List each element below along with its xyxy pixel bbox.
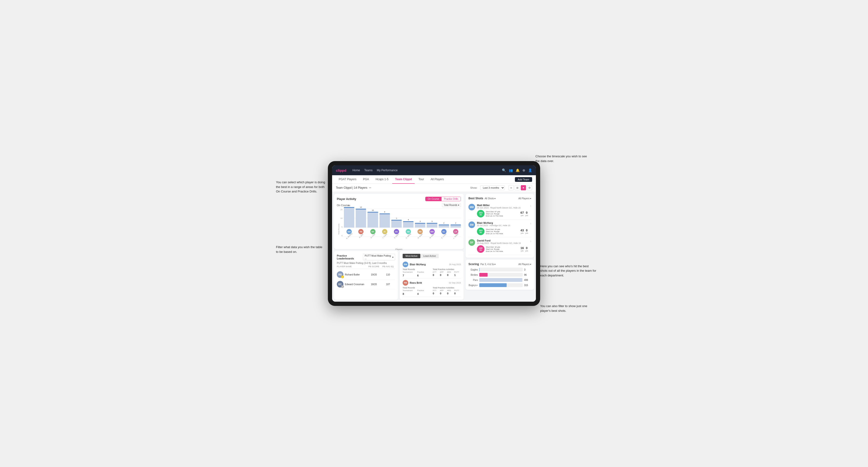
scoring-bars: Eagles 3 Birdies (468, 268, 531, 287)
bogeys-label: Bogeys+ (468, 284, 478, 286)
pb-avg-0: 110 (381, 273, 395, 276)
most-active-tab[interactable]: Most Active (403, 254, 420, 258)
shot-player-meta-1: 23 Jul 2023 · Ashridge GC, Hole 15 (477, 224, 528, 227)
nav-performance[interactable]: My Performance (377, 168, 398, 172)
tab-all-players[interactable]: All Players (428, 175, 447, 184)
scoring-filter1[interactable]: Par 3, 4 & 5s ▾ (480, 263, 496, 266)
tab-tour[interactable]: Tour (415, 175, 427, 184)
shot-details-0: Matt Miller 09 Jun 2023 · Royal North De… (477, 204, 528, 217)
show-dropdown[interactable]: Last 3 months Last 6 months Last year (480, 185, 505, 190)
plus-icon[interactable]: ⊕ (522, 168, 525, 172)
search-icon[interactable]: 🔍 (502, 168, 506, 172)
putt-val-0: 1 (454, 274, 461, 276)
avatar-1: RB (358, 229, 364, 234)
view-heart-icon[interactable]: ♥ (521, 185, 526, 190)
view-list-icon[interactable]: ≡ (508, 185, 514, 190)
active-player-name-1: Rees Britt (410, 281, 422, 284)
bottom-row: Practice Leaderboards PUTT Must Make Put… (334, 251, 464, 300)
shot-detail-1: Shot Dist: 43 yds Start Lie: Rough End L… (486, 228, 519, 235)
all-players-dropdown[interactable]: All Players ▾ (519, 197, 531, 200)
tournament-val-1: 8 (403, 292, 416, 295)
pb-score-0: 19/20 (367, 273, 381, 276)
bogeys-bar-bg (479, 283, 523, 287)
player-info-0: RB 1 Richard Butler (337, 271, 367, 278)
bar-group-3: 9 JC J. Coles (379, 211, 390, 237)
user-icon[interactable]: 👤 (528, 168, 532, 172)
pars-label: Pars (468, 279, 478, 281)
shot-stats-2: 198 SG Shot Dist: 16 yds Start Lie: Roug… (477, 245, 528, 253)
active-player-header-0: BM Blair McHarg 26 Aug 2023 (403, 261, 461, 267)
leaderboard-dropdown[interactable]: PUTT Must Make Putting ... ▾ (363, 254, 395, 260)
team-header: Team Clippd | 14 Players ✏ Show: Last 3 … (332, 184, 536, 192)
leaderboard-row-0[interactable]: RB 1 Richard Butler 19/20 110 (337, 270, 395, 280)
bar-group-6: 3 RB R. Butler (415, 220, 425, 237)
annotation-timescale: Choose the timescale you wish to see the… (535, 154, 587, 163)
birdies-bar-fill (479, 273, 488, 277)
shot-player-name-2: David Ford (477, 239, 528, 242)
all-shots-dropdown[interactable]: All Shots ▾ (485, 197, 496, 200)
chart-dropdown[interactable]: Total Rounds ▾ (442, 203, 461, 207)
tab-hcaps[interactable]: Hcaps 1-5 (373, 175, 391, 184)
player-activity-title: Player Activity (337, 197, 356, 201)
active-player-avatar-1: RB (403, 280, 408, 286)
users-icon[interactable]: 👥 (509, 168, 513, 172)
active-player-name-0: Blair McHarg (410, 263, 426, 266)
shot-details-2: David Ford 24 Aug 2023 · Royal North Dev… (477, 239, 528, 253)
app-val-1: 0 (440, 292, 446, 295)
arg-val-1: 0 (447, 292, 454, 295)
tab-team-clippd[interactable]: Team Clippd (392, 175, 415, 184)
nav-teams[interactable]: Teams (364, 168, 372, 172)
shot-player-meta-2: 24 Aug 2023 · Royal North Devon GC, Hole… (477, 242, 528, 244)
shot-row-1[interactable]: BM Blair McHarg 23 Jul 2023 · Ashridge G… (468, 220, 531, 237)
birdies-bar-bg (479, 273, 523, 277)
tab-pgat-players[interactable]: PGAT Players (336, 175, 359, 184)
main-content: Player Activity On Course Practice Drill… (332, 192, 536, 302)
player-avatar-1: EC 2 (337, 281, 343, 287)
leaderboard-row-1[interactable]: EC 2 Edward Crossman 18/20 107 (337, 280, 395, 289)
avatar-2: DF (370, 229, 375, 234)
least-active-tab[interactable]: Least Active (420, 254, 439, 258)
tab-pga[interactable]: PGA (360, 175, 372, 184)
view-settings-icon[interactable]: ⚙ (527, 185, 532, 190)
active-player-header-1: RB Rees Britt 02 Sep 2023 (403, 280, 461, 286)
brand-logo: clippd (336, 168, 346, 173)
practice-val-1: 4 (417, 292, 431, 295)
scoring-row-pars: Pars 499 (468, 278, 531, 282)
total-rounds-label-0: Total Rounds (403, 268, 431, 271)
show-label: Show: (470, 186, 477, 189)
gtt-val-1: 0 (433, 292, 439, 295)
add-team-button[interactable]: Add Team (515, 177, 532, 182)
total-practice-label-0: Total Practice Activities (433, 268, 461, 271)
shot-row-2[interactable]: DF David Ford 24 Aug 2023 · Royal North … (468, 237, 531, 255)
leaderboard-title: Practice Leaderboards (337, 254, 363, 260)
shot-player-name-0: Matt Miller (477, 204, 528, 207)
right-col: Best Shots All Shots ▾ All Players ▾ MM (466, 194, 534, 300)
practice-drills-btn[interactable]: Practice Drills (441, 197, 461, 201)
annotation-player-select: You can select which player is doing the… (276, 180, 326, 194)
bell-icon[interactable]: 🔔 (516, 168, 520, 172)
shot-dist-0: 67 yds (520, 211, 524, 217)
on-course-btn[interactable]: On Course (426, 197, 441, 201)
scoring-card: Scoring Par 3, 4 & 5s ▾ All Players ▾ Ea… (466, 260, 534, 290)
leaderboard-columns: PLAYER NAME PB SCORE PB AVG SQ (337, 266, 395, 269)
tournament-val-0: 7 (403, 274, 416, 277)
bogeys-val: 315 (524, 284, 531, 286)
eagles-bar-fill (479, 268, 479, 272)
bar-group-8: 2 EC E. Cross (439, 222, 449, 237)
top-nav: clippd Home Teams My Performance 🔍 👥 🔔 ⊕… (332, 165, 536, 175)
sub-nav: PGAT Players PGA Hcaps 1-5 Team Clippd T… (332, 175, 536, 184)
chevron-right-1: › (530, 221, 531, 225)
active-player-info-0: BM Blair McHarg (403, 261, 426, 267)
total-rounds-label-1: Total Rounds (403, 286, 431, 289)
shot-avatar-2: DF (468, 239, 475, 246)
scoring-filter2[interactable]: All Players ▾ (519, 263, 531, 266)
view-grid-icon[interactable]: ⊞ (515, 185, 520, 190)
nav-home[interactable]: Home (352, 168, 360, 172)
practice-val-0: 6 (417, 274, 431, 277)
chevron-right-0: › (530, 204, 531, 208)
edit-icon[interactable]: ✏ (369, 186, 371, 189)
shot-zero-0: 0 yds (525, 211, 528, 217)
bar-group-0: 13 BM B. McHarg (344, 205, 354, 237)
view-icons: ≡ ⊞ ♥ ⚙ (508, 185, 532, 190)
shot-row-0[interactable]: MM Matt Miller 09 Jun 2023 · Royal North… (468, 202, 531, 220)
